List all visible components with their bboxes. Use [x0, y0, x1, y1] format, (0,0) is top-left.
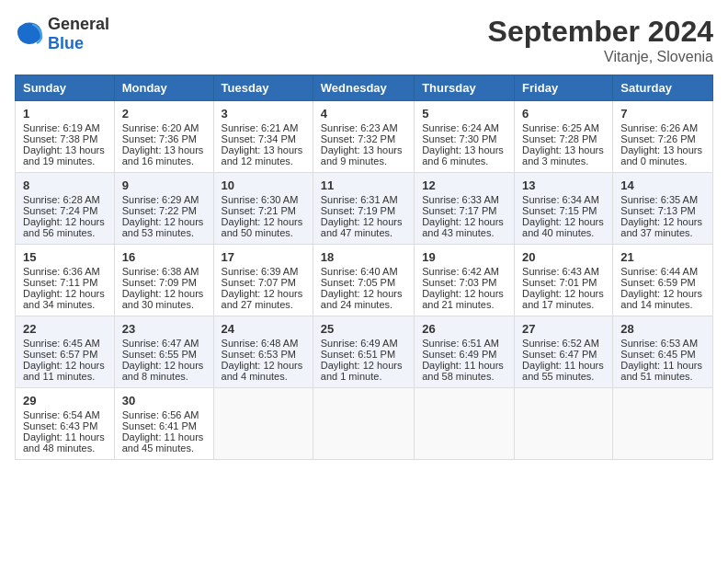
calendar-week-1: 1Sunrise: 6:19 AMSunset: 7:38 PMDaylight… [16, 101, 713, 173]
day-info-line: and 12 minutes. [222, 155, 305, 167]
day-info-line: Sunset: 7:19 PM [321, 205, 406, 216]
calendar-cell: 18Sunrise: 6:40 AMSunset: 7:05 PMDayligh… [313, 245, 414, 316]
day-info-line: Sunrise: 6:47 AM [122, 338, 206, 349]
calendar-cell: 22Sunrise: 6:45 AMSunset: 6:57 PMDayligh… [16, 316, 115, 388]
calendar-cell: 24Sunrise: 6:48 AMSunset: 6:53 PMDayligh… [213, 316, 313, 388]
day-number: 28 [620, 322, 705, 336]
day-info-line: Sunset: 7:21 PM [222, 205, 305, 216]
calendar-cell [515, 388, 613, 460]
calendar-cell: 28Sunrise: 6:53 AMSunset: 6:45 PMDayligh… [613, 316, 713, 388]
day-info-line: Sunrise: 6:43 AM [522, 266, 605, 277]
day-number: 25 [321, 322, 406, 336]
calendar-cell: 19Sunrise: 6:42 AMSunset: 7:03 PMDayligh… [415, 245, 515, 316]
day-info-line: Sunrise: 6:26 AM [620, 122, 705, 133]
calendar-cell: 6Sunrise: 6:25 AMSunset: 7:28 PMDaylight… [515, 101, 613, 173]
day-info-line: Sunset: 7:17 PM [422, 205, 506, 216]
day-info-line: Sunrise: 6:23 AM [321, 122, 406, 133]
calendar-cell: 8Sunrise: 6:28 AMSunset: 7:24 PMDaylight… [16, 173, 115, 245]
day-info-line: and 43 minutes. [422, 227, 506, 238]
day-info-line: Daylight: 11 hours [122, 431, 206, 442]
day-info-line: Sunrise: 6:49 AM [321, 338, 406, 349]
title-block: September 2024 Vitanje, Slovenia [488, 15, 713, 65]
weekday-header-sunday: Sunday [16, 75, 115, 101]
day-info-line: and 8 minutes. [122, 371, 206, 382]
weekday-header-saturday: Saturday [613, 75, 713, 101]
weekday-header-monday: Monday [114, 75, 213, 101]
day-info-line: Sunset: 7:24 PM [23, 205, 107, 216]
day-info-line: and 37 minutes. [620, 227, 705, 238]
day-info-line: Sunrise: 6:36 AM [23, 266, 107, 277]
calendar-cell: 17Sunrise: 6:39 AMSunset: 7:07 PMDayligh… [213, 245, 313, 316]
day-info-line: Sunrise: 6:56 AM [122, 409, 206, 420]
day-number: 11 [321, 178, 406, 192]
day-info-line: and 48 minutes. [23, 442, 107, 454]
logo: General Blue [15, 15, 109, 53]
calendar-cell: 29Sunrise: 6:54 AMSunset: 6:43 PMDayligh… [16, 388, 115, 460]
day-info-line: and 30 minutes. [122, 299, 206, 310]
day-info-line: Sunrise: 6:48 AM [222, 338, 305, 349]
day-info-line: Daylight: 13 hours [422, 144, 506, 155]
day-number: 3 [222, 107, 305, 121]
day-info-line: Daylight: 12 hours [620, 288, 705, 299]
day-info-line: Sunrise: 6:40 AM [321, 266, 406, 277]
day-info-line: Sunset: 7:05 PM [321, 277, 406, 288]
day-info-line: Daylight: 12 hours [222, 216, 305, 227]
day-info-line: Daylight: 12 hours [122, 216, 206, 227]
calendar-cell: 1Sunrise: 6:19 AMSunset: 7:38 PMDaylight… [16, 101, 115, 173]
calendar-week-5: 29Sunrise: 6:54 AMSunset: 6:43 PMDayligh… [16, 388, 713, 460]
day-info-line: and 14 minutes. [620, 299, 705, 310]
logo-icon [15, 21, 44, 47]
day-number: 13 [522, 178, 605, 192]
month-title: September 2024 [488, 15, 713, 49]
day-info-line: Sunrise: 6:42 AM [422, 266, 506, 277]
calendar-cell: 3Sunrise: 6:21 AMSunset: 7:34 PMDaylight… [213, 101, 313, 173]
day-info-line: Daylight: 13 hours [620, 144, 705, 155]
day-number: 9 [122, 178, 206, 192]
day-info-line: and 1 minute. [321, 371, 406, 382]
calendar-cell: 10Sunrise: 6:30 AMSunset: 7:21 PMDayligh… [213, 173, 313, 245]
day-info-line: Daylight: 12 hours [23, 360, 107, 371]
day-number: 6 [522, 107, 605, 121]
day-info-line: and 45 minutes. [122, 442, 206, 454]
day-number: 14 [620, 178, 705, 192]
day-number: 20 [522, 250, 605, 264]
day-number: 22 [23, 322, 107, 336]
day-info-line: Sunrise: 6:20 AM [122, 122, 206, 133]
calendar-cell: 13Sunrise: 6:34 AMSunset: 7:15 PMDayligh… [515, 173, 613, 245]
day-info-line: Sunrise: 6:45 AM [23, 338, 107, 349]
calendar-cell: 27Sunrise: 6:52 AMSunset: 6:47 PMDayligh… [515, 316, 613, 388]
day-info-line: Sunrise: 6:38 AM [122, 266, 206, 277]
day-info-line: Sunrise: 6:25 AM [522, 122, 605, 133]
day-info-line: and 19 minutes. [23, 155, 107, 167]
day-info-line: Sunrise: 6:21 AM [222, 122, 305, 133]
day-info-line: Sunrise: 6:29 AM [122, 194, 206, 205]
day-info-line: Daylight: 12 hours [122, 288, 206, 299]
day-info-line: Sunrise: 6:53 AM [620, 338, 705, 349]
calendar-cell: 16Sunrise: 6:38 AMSunset: 7:09 PMDayligh… [114, 245, 213, 316]
day-number: 27 [522, 322, 605, 336]
calendar-week-3: 15Sunrise: 6:36 AMSunset: 7:11 PMDayligh… [16, 245, 713, 316]
day-info-line: Sunrise: 6:54 AM [23, 409, 107, 420]
day-info-line: Daylight: 12 hours [23, 288, 107, 299]
day-info-line: Sunrise: 6:34 AM [522, 194, 605, 205]
logo-general: General [48, 15, 109, 33]
day-number: 26 [422, 322, 506, 336]
day-info-line: Daylight: 12 hours [23, 216, 107, 227]
day-info-line: Sunset: 6:57 PM [23, 349, 107, 360]
day-info-line: Sunrise: 6:24 AM [422, 122, 506, 133]
calendar-cell: 9Sunrise: 6:29 AMSunset: 7:22 PMDaylight… [114, 173, 213, 245]
day-info-line: and 50 minutes. [222, 227, 305, 238]
day-info-line: and 17 minutes. [522, 299, 605, 310]
day-info-line: Daylight: 12 hours [321, 216, 406, 227]
day-info-line: and 47 minutes. [321, 227, 406, 238]
day-info-line: Daylight: 13 hours [522, 144, 605, 155]
day-info-line: Sunrise: 6:39 AM [222, 266, 305, 277]
calendar-cell: 30Sunrise: 6:56 AMSunset: 6:41 PMDayligh… [114, 388, 213, 460]
day-info-line: Sunset: 7:38 PM [23, 133, 107, 144]
day-info-line: Sunrise: 6:19 AM [23, 122, 107, 133]
day-info-line: and 9 minutes. [321, 155, 406, 167]
day-number: 2 [122, 107, 206, 121]
day-info-line: and 11 minutes. [23, 371, 107, 382]
day-info-line: Sunset: 7:26 PM [620, 133, 705, 144]
day-info-line: Sunrise: 6:51 AM [422, 338, 506, 349]
